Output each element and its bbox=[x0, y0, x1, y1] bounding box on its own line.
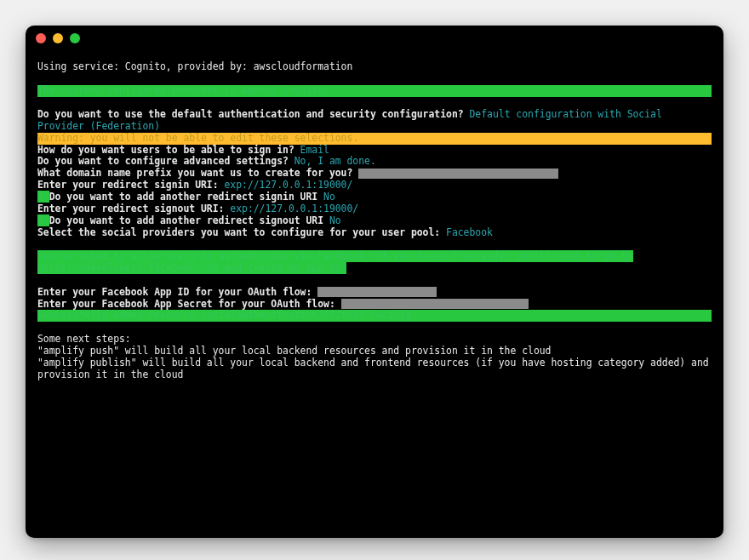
add-signin-prompt: Do you want to add another redirect sign… bbox=[49, 191, 323, 203]
signin-line: How do you want users to be able to sign… bbox=[37, 145, 712, 157]
next-push: "amplify push" will build all your local… bbox=[37, 346, 712, 357]
fb-id-line: Enter your Facebook App ID for your OAut… bbox=[37, 287, 712, 299]
signout-uri-prompt: Enter your redirect signout URI: bbox=[37, 203, 230, 214]
q-mark-2: ? bbox=[37, 214, 49, 226]
add-signout-answer: No bbox=[329, 214, 341, 226]
redacted-domain-prefix: x bbox=[358, 169, 558, 179]
add-signin-line: ? Do you want to add another redirect si… bbox=[37, 191, 712, 203]
terminal-body[interactable]: Using service: Cognito, provided by: aws… bbox=[26, 51, 723, 538]
signout-uri-line: Enter your redirect signout URI: exp://1… bbox=[37, 203, 712, 215]
signin-prompt: How do you want users to be able to sign… bbox=[37, 144, 300, 156]
signin-uri-line: Enter your redirect signin URI: exp://12… bbox=[37, 180, 712, 191]
fb-secret-line: Enter your Facebook App Secret for your … bbox=[37, 299, 712, 311]
terminal-window: Using service: Cognito, provided by: aws… bbox=[26, 26, 723, 538]
minimize-icon[interactable] bbox=[53, 33, 63, 43]
select-providers-prompt: Select the social providers you want to … bbox=[37, 226, 446, 238]
next-publish: "amplify publish" will build all your lo… bbox=[37, 357, 712, 381]
signin-uri-prompt: Enter your redirect signin URI: bbox=[37, 179, 224, 191]
fb-id-prompt: Enter your Facebook App ID for your OAut… bbox=[37, 286, 317, 298]
success-line: Successfully added resource socialauthen… bbox=[37, 310, 712, 322]
next-steps-header: Some next steps: bbox=[37, 334, 712, 346]
warning-line: Warning: you will not be able to edit th… bbox=[37, 133, 712, 145]
provider-line: The current configured provider is Amazo… bbox=[37, 85, 712, 97]
signout-uri-answer: exp://127.0.0.1:19000/ bbox=[230, 203, 358, 214]
select-providers-line: Select the social providers you want to … bbox=[37, 227, 712, 239]
default-auth-prompt: Do you want to use the default authentic… bbox=[37, 108, 469, 120]
add-signout-prompt: Do you want to add another redirect sign… bbox=[49, 214, 329, 226]
opt-line: You've opted to allow users to authentic… bbox=[37, 250, 633, 274]
domain-prefix-prompt: What domain name prefix you want us to c… bbox=[37, 167, 358, 179]
redacted-fb-id: x bbox=[317, 287, 437, 297]
signin-uri-answer: exp://127.0.0.1:19000/ bbox=[224, 179, 352, 191]
add-signout-line: ? Do you want to add another redirect si… bbox=[37, 215, 712, 227]
q-mark-1: ? bbox=[37, 191, 49, 203]
advanced-prompt: Do you want to configure advanced settin… bbox=[37, 155, 294, 167]
titlebar bbox=[26, 26, 723, 51]
fb-secret-prompt: Enter your Facebook App Secret for your … bbox=[37, 298, 341, 310]
redacted-fb-secret: x bbox=[341, 299, 529, 309]
advanced-answer: No, I am done. bbox=[294, 155, 376, 167]
domain-prefix-line: What domain name prefix you want us to c… bbox=[37, 168, 712, 180]
add-signin-answer: No bbox=[323, 191, 335, 203]
maximize-icon[interactable] bbox=[70, 33, 80, 43]
signin-answer: Email bbox=[300, 144, 329, 156]
service-line: Using service: Cognito, provided by: aws… bbox=[37, 61, 712, 73]
select-providers-answer: Facebook bbox=[446, 226, 493, 238]
close-icon[interactable] bbox=[36, 33, 46, 43]
advanced-line: Do you want to configure advanced settin… bbox=[37, 156, 712, 168]
